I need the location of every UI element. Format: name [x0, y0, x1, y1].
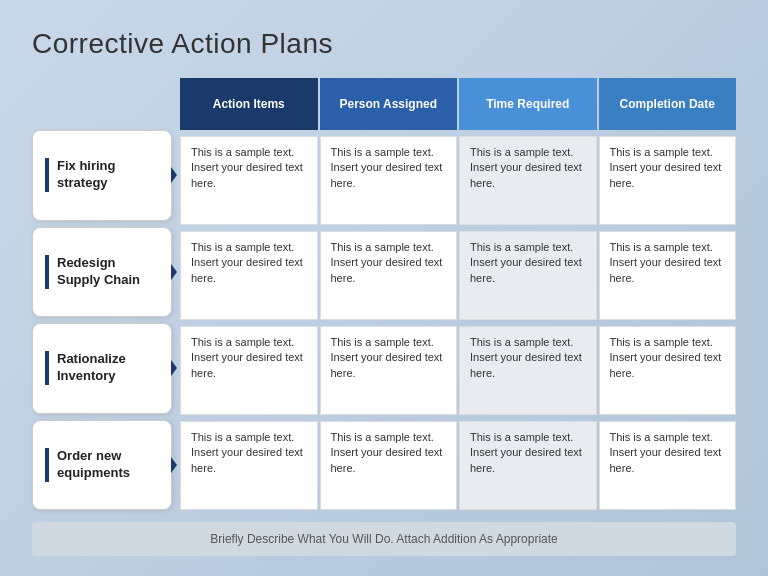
cell-0-2: This is a sample text. Insert your desir… [459, 136, 597, 225]
cell-2-0: This is a sample text. Insert your desir… [180, 326, 318, 415]
cell-1-0: This is a sample text. Insert your desir… [180, 231, 318, 320]
slide-title: Corrective Action Plans [32, 28, 736, 60]
cell-2-1: This is a sample text. Insert your desir… [320, 326, 458, 415]
row-label-2: Rationalize Inventory [32, 323, 172, 414]
cell-0-0: This is a sample text. Insert your desir… [180, 136, 318, 225]
cell-1-2: This is a sample text. Insert your desir… [459, 231, 597, 320]
row-label-0: Fix hiring strategy [32, 130, 172, 221]
table-wrapper: Fix hiring strategy Redesign Supply Chai… [32, 78, 736, 510]
row-label-3: Order new equipments [32, 420, 172, 511]
header-col3: Time Required [459, 78, 597, 130]
header-col1: Action Items [180, 78, 318, 130]
cell-0-3: This is a sample text. Insert your desir… [599, 136, 737, 225]
cell-1-1: This is a sample text. Insert your desir… [320, 231, 458, 320]
header-row: Action Items Person Assigned Time Requir… [180, 78, 736, 130]
row-labels: Fix hiring strategy Redesign Supply Chai… [32, 130, 172, 510]
cell-3-0: This is a sample text. Insert your desir… [180, 421, 318, 510]
table-row: This is a sample text. Insert your desir… [180, 326, 736, 415]
cell-1-3: This is a sample text. Insert your desir… [599, 231, 737, 320]
header-col2: Person Assigned [320, 78, 458, 130]
row-label-1: Redesign Supply Chain [32, 227, 172, 318]
cell-3-2: This is a sample text. Insert your desir… [459, 421, 597, 510]
main-grid: Action Items Person Assigned Time Requir… [180, 78, 736, 510]
cell-0-1: This is a sample text. Insert your desir… [320, 136, 458, 225]
header-col4: Completion Date [599, 78, 737, 130]
table-row: This is a sample text. Insert your desir… [180, 421, 736, 510]
data-rows: This is a sample text. Insert your desir… [180, 136, 736, 510]
table-row: This is a sample text. Insert your desir… [180, 136, 736, 225]
table-row: This is a sample text. Insert your desir… [180, 231, 736, 320]
footer-text: Briefly Describe What You Will Do. Attac… [32, 522, 736, 556]
cell-2-2: This is a sample text. Insert your desir… [459, 326, 597, 415]
cell-3-1: This is a sample text. Insert your desir… [320, 421, 458, 510]
cell-3-3: This is a sample text. Insert your desir… [599, 421, 737, 510]
slide-container: Corrective Action Plans Fix hiring strat… [0, 0, 768, 576]
cell-2-3: This is a sample text. Insert your desir… [599, 326, 737, 415]
